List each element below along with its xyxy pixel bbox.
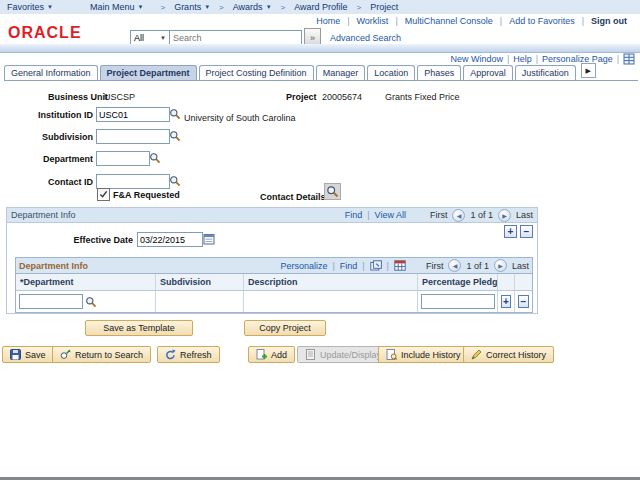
worklist-link[interactable]: Worklist	[350, 16, 396, 26]
breadcrumb-label: Award Profile	[294, 2, 347, 12]
breadcrumb-favorites[interactable]: Favorites▼	[7, 2, 53, 12]
row-delete-button[interactable]: −	[518, 295, 529, 308]
institution-id-input[interactable]	[96, 107, 170, 122]
breadcrumb-main-menu[interactable]: Main Menu▼	[90, 2, 143, 12]
column-header-add	[498, 274, 515, 290]
personalize-link[interactable]: Personalize	[280, 261, 327, 271]
row-percentage-pledged-input[interactable]	[421, 294, 495, 309]
next-row-icon[interactable]: ▶	[498, 209, 511, 222]
subdivision-lookup-icon[interactable]	[169, 130, 181, 142]
tab-manager[interactable]: Manager	[316, 65, 366, 80]
grid-previous-icon[interactable]: ◀	[448, 259, 461, 272]
institution-id-label: Institution ID	[0, 110, 93, 120]
grid-find-link[interactable]: Find	[340, 261, 358, 271]
find-link[interactable]: Find	[345, 210, 363, 220]
department-info-section: Department Info Find | View All First ◀ …	[6, 207, 538, 314]
tab-approval[interactable]: Approval	[463, 65, 513, 80]
pipe: |	[367, 210, 369, 220]
row-department-input[interactable]	[19, 294, 83, 309]
update-display-icon	[305, 349, 316, 360]
return-to-search-button[interactable]: Return to Search	[52, 346, 151, 363]
contact-lookup-icon[interactable]	[169, 175, 181, 187]
grid-first-label[interactable]: First	[426, 261, 444, 271]
subdivision-label: Subdivision	[0, 132, 93, 142]
breadcrumb-separator: >	[219, 3, 224, 12]
contact-id-input[interactable]	[96, 174, 170, 189]
chevron-down-icon: ▼	[160, 35, 166, 41]
department-input[interactable]	[96, 151, 150, 166]
tab-project-costing-definition[interactable]: Project Costing Definition	[199, 65, 314, 80]
column-header-subdivision: Subdivision	[156, 274, 244, 290]
add-button[interactable]: Add	[248, 346, 295, 363]
row-department-lookup-icon[interactable]	[85, 296, 97, 308]
pipe: |	[332, 261, 334, 271]
breadcrumb-separator: >	[357, 3, 362, 12]
last-label[interactable]: Last	[516, 210, 533, 220]
return-to-search-label: Return to Search	[75, 350, 143, 360]
tab-location[interactable]: Location	[367, 65, 415, 80]
include-history-label: Include History	[401, 350, 461, 360]
breadcrumb-separator: >	[281, 3, 286, 12]
tab-justification[interactable]: Justification	[515, 65, 576, 80]
business-unit-label: Business Unit	[48, 92, 108, 102]
add-to-favorites-link[interactable]: Add to Favorites	[502, 16, 582, 26]
refresh-icon	[165, 349, 176, 360]
grid-next-icon[interactable]: ▶	[494, 259, 507, 272]
contact-details-lookup-icon[interactable]	[324, 183, 341, 200]
save-as-template-button[interactable]: Save as Template	[85, 320, 193, 336]
row-counter: 1 of 1	[470, 210, 493, 220]
refresh-button[interactable]: Refresh	[157, 346, 220, 363]
subdivision-input[interactable]	[96, 129, 170, 144]
department-lookup-icon[interactable]	[149, 152, 161, 164]
row-add-button[interactable]: +	[501, 295, 511, 308]
table-row: + −	[16, 291, 532, 312]
tab-phases[interactable]: Phases	[417, 65, 461, 80]
first-label[interactable]: First	[430, 210, 448, 220]
copy-project-button[interactable]: Copy Project	[244, 320, 326, 336]
project-value: 20005674	[322, 92, 362, 102]
include-history-button[interactable]: Include History	[378, 346, 469, 363]
view-all-link[interactable]: View All	[375, 210, 406, 220]
fa-requested-checkbox[interactable]	[97, 188, 110, 201]
download-to-excel-icon[interactable]	[394, 260, 406, 271]
effective-date-label: Effective Date	[7, 235, 133, 245]
chevron-down-icon: ▼	[138, 4, 144, 10]
institution-lookup-icon[interactable]	[169, 108, 181, 120]
department-info-section-header: Department Info Find | View All First ◀ …	[7, 208, 537, 223]
save-button[interactable]: Save	[2, 346, 54, 363]
tab-general-information[interactable]: General Information	[4, 65, 98, 80]
previous-row-icon[interactable]: ◀	[452, 209, 465, 222]
show-more-tabs-button[interactable]: ▶	[581, 63, 596, 78]
row-subdivision-cell	[156, 291, 244, 312]
calendar-icon[interactable]	[203, 233, 215, 245]
utility-links: Home| Worklist| MultiChannel Console| Ad…	[309, 14, 634, 27]
home-link[interactable]: Home	[309, 16, 347, 26]
advanced-search-link[interactable]: Advanced Search	[330, 33, 401, 43]
breadcrumb-project[interactable]: Project	[370, 2, 398, 12]
breadcrumb-grants[interactable]: Grants▼	[174, 2, 210, 12]
multichannel-console-link[interactable]: MultiChannel Console	[398, 16, 500, 26]
sign-out-link[interactable]: Sign out	[584, 16, 634, 26]
save-button-label: Save	[25, 350, 46, 360]
refresh-label: Refresh	[180, 350, 212, 360]
breadcrumb-award-profile[interactable]: Award Profile	[294, 2, 347, 12]
tab-project-department[interactable]: Project Department	[100, 65, 197, 80]
grid-last-label[interactable]: Last	[512, 261, 529, 271]
add-row-button[interactable]: +	[504, 225, 517, 238]
breadcrumb-label: Main Menu	[90, 2, 135, 12]
effective-date-input[interactable]	[137, 232, 203, 247]
column-header-percentage-pledged: Percentage Pledged	[418, 274, 498, 290]
column-header-delete	[515, 274, 532, 290]
grid-column-headers: *Department Subdivision Description Perc…	[16, 274, 532, 291]
correct-history-button[interactable]: Correct History	[463, 346, 554, 363]
breadcrumb-label: Favorites	[7, 2, 44, 12]
department-info-grid: Department Info Personalize | Find | | F…	[15, 257, 533, 313]
breadcrumb-awards[interactable]: Awards▼	[233, 2, 272, 12]
delete-row-button[interactable]: −	[520, 225, 533, 238]
breadcrumb-label: Grants	[174, 2, 201, 12]
section-title: Department Info	[11, 210, 76, 220]
department-label: Department	[0, 154, 93, 164]
business-unit-value: USCSP	[104, 92, 135, 102]
return-to-search-icon	[60, 349, 71, 360]
view-all-window-icon[interactable]	[370, 260, 382, 271]
